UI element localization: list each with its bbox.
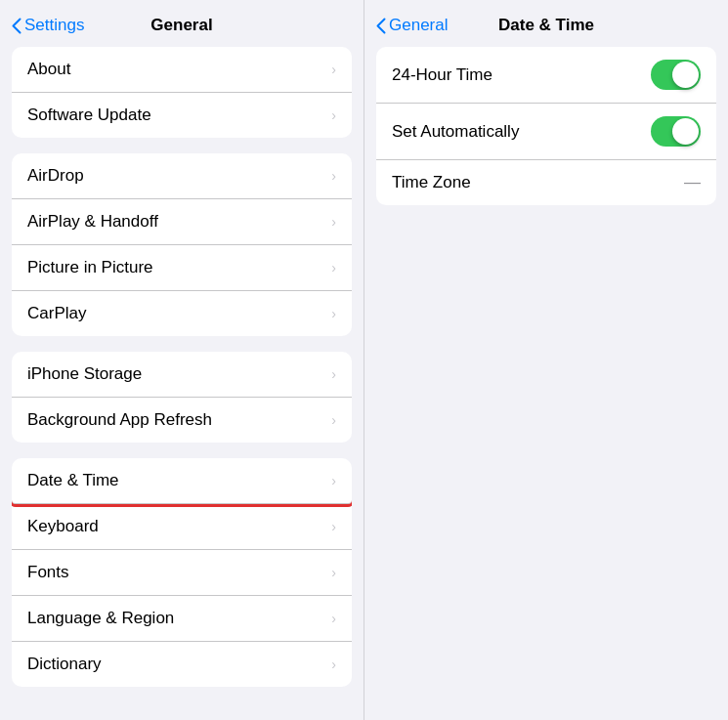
settings-row-dictionary[interactable]: Dictionary › [12,642,352,687]
airplay-label: AirPlay & Handoff [27,212,158,232]
left-nav-header: Settings General [12,0,352,47]
keyboard-label: Keyboard [27,517,99,536]
airdrop-chevron-icon: › [331,168,336,184]
software-update-chevron-icon: › [331,107,336,123]
left-nav-title: General [150,16,212,35]
date-time-chevron-icon: › [331,473,336,488]
settings-row-picture[interactable]: Picture in Picture › [12,245,352,291]
settings-row-24hour[interactable]: 24-Hour Time [376,47,716,104]
picture-label: Picture in Picture [27,258,153,277]
settings-group-1: About › Software Update › [12,47,352,138]
right-nav-title: Date & Time [498,16,594,35]
left-panel: Settings General About › Software Update… [0,0,364,720]
software-update-label: Software Update [27,106,151,125]
back-chevron-icon [12,18,21,34]
dictionary-chevron-icon: › [331,656,336,672]
settings-group-3: iPhone Storage › Background App Refresh … [12,352,352,443]
settings-row-airdrop[interactable]: AirDrop › [12,153,352,199]
settings-group-4: Date & Time › Keyboard › Fonts › Languag… [12,458,352,687]
carplay-label: CarPlay [27,304,86,323]
timezone-label: Time Zone [392,173,471,192]
keyboard-chevron-icon: › [331,519,336,534]
about-label: About [27,60,70,79]
fonts-label: Fonts [27,563,69,582]
date-time-label: Date & Time [27,471,119,490]
settings-row-language[interactable]: Language & Region › [12,596,352,642]
24hour-toggle-thumb [672,62,699,88]
language-label: Language & Region [27,609,174,628]
set-auto-label: Set Automatically [392,122,519,142]
settings-row-about[interactable]: About › [12,47,352,93]
settings-row-timezone[interactable]: Time Zone — [376,160,716,205]
right-nav-back[interactable]: General [376,16,448,35]
software-update-right: › [331,107,336,123]
iphone-storage-label: iPhone Storage [27,364,142,384]
set-auto-toggle[interactable] [651,116,701,147]
timezone-right: — [684,173,701,192]
about-right: › [331,62,336,77]
24hour-toggle[interactable] [651,60,701,90]
left-back-label: Settings [24,16,84,35]
background-refresh-label: Background App Refresh [27,410,212,430]
timezone-value: — [684,173,701,192]
about-chevron-icon: › [331,62,336,77]
24hour-label: 24-Hour Time [392,65,492,85]
right-back-label: General [389,16,448,35]
settings-row-fonts[interactable]: Fonts › [12,550,352,596]
settings-row-date-time[interactable]: Date & Time › [12,458,352,504]
airdrop-label: AirDrop [27,166,84,186]
left-nav-back[interactable]: Settings [12,16,84,35]
right-panel: General Date & Time 24-Hour Time Set Aut… [364,0,728,720]
set-auto-toggle-thumb [672,118,699,145]
settings-row-background-refresh[interactable]: Background App Refresh › [12,398,352,443]
language-chevron-icon: › [331,611,336,626]
carplay-chevron-icon: › [331,306,336,321]
airplay-chevron-icon: › [331,214,336,230]
settings-row-iphone-storage[interactable]: iPhone Storage › [12,352,352,398]
settings-row-software-update[interactable]: Software Update › [12,93,352,138]
right-nav-header: General Date & Time [376,0,716,47]
picture-chevron-icon: › [331,260,336,275]
settings-row-keyboard[interactable]: Keyboard › [12,504,352,550]
right-back-chevron-icon [376,18,386,34]
settings-group-2: AirDrop › AirPlay & Handoff › Picture in… [12,153,352,336]
settings-row-set-auto[interactable]: Set Automatically [376,104,716,160]
settings-row-carplay[interactable]: CarPlay › [12,291,352,336]
dictionary-label: Dictionary [27,655,102,674]
background-refresh-chevron-icon: › [331,412,336,428]
settings-row-airplay[interactable]: AirPlay & Handoff › [12,199,352,245]
date-time-group: 24-Hour Time Set Automatically Time Zone… [376,47,716,205]
iphone-storage-chevron-icon: › [331,366,336,382]
fonts-chevron-icon: › [331,565,336,580]
